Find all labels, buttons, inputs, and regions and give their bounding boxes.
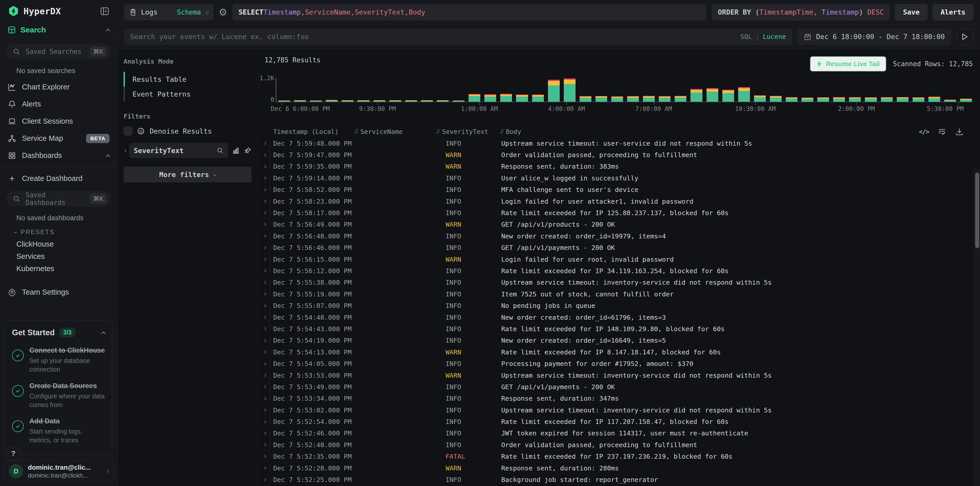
alerts-button[interactable]: Alerts <box>932 4 974 21</box>
log-row[interactable]: Dec 7 5:56:12.000 PM INFO Rate limit exc… <box>258 265 980 276</box>
preset-kubernetes[interactable]: Kubernetes <box>0 263 117 275</box>
chevron-up-icon[interactable] <box>101 331 106 336</box>
scrollbar-thumb[interactable] <box>975 173 979 248</box>
expand-row-icon[interactable] <box>258 163 270 170</box>
log-row[interactable]: Dec 7 5:58:23.000 PM INFO Login failed f… <box>258 196 980 207</box>
log-row[interactable]: Dec 7 5:53:34.000 PM INFO Response sent,… <box>258 393 980 404</box>
log-row[interactable]: Dec 7 5:56:15.000 PM WARN Login failed f… <box>258 253 980 265</box>
log-row[interactable]: Dec 7 5:54:43.000 PM INFO Rate limit exc… <box>258 323 980 335</box>
sidebar-section-search[interactable]: Search <box>0 23 117 37</box>
histogram-bar[interactable] <box>532 94 544 102</box>
get-started-step[interactable]: Connect to ClickHouse Set up your databa… <box>12 346 105 374</box>
expand-row-icon[interactable] <box>258 465 270 472</box>
histogram-bar[interactable] <box>595 96 607 102</box>
expand-row-icon[interactable] <box>258 383 270 390</box>
bar-chart-icon[interactable] <box>232 147 240 155</box>
histogram-bar[interactable] <box>564 78 576 102</box>
expand-row-icon[interactable] <box>258 256 270 263</box>
source-selector[interactable]: Logs Schema <box>124 4 213 21</box>
search-icon[interactable] <box>216 147 224 154</box>
expand-row-icon[interactable] <box>258 476 270 483</box>
log-row[interactable]: Dec 7 5:58:17.000 PM INFO Rate limit exc… <box>258 207 980 218</box>
expand-row-icon[interactable] <box>258 418 270 425</box>
log-row[interactable]: Dec 7 5:52:46.000 PM INFO JWT token expi… <box>258 427 980 439</box>
sidebar-item-dashboards[interactable]: Dashboards <box>0 147 117 164</box>
histogram-bar[interactable] <box>358 100 369 102</box>
expand-row-icon[interactable] <box>258 267 270 274</box>
severity-filter-field[interactable]: SeverityText <box>129 143 228 158</box>
expand-row-icon[interactable] <box>258 244 270 251</box>
histogram-bar[interactable] <box>580 96 591 102</box>
histogram-bar[interactable] <box>326 100 337 102</box>
log-row[interactable]: Dec 7 5:59:35.000 PM WARN Response sent,… <box>258 161 980 172</box>
histogram-bar[interactable] <box>548 80 560 102</box>
sidebar-item-chart-explorer[interactable]: Chart Explorer <box>0 78 117 96</box>
histogram-bar[interactable] <box>913 97 924 102</box>
histogram-bar[interactable] <box>817 97 829 102</box>
denoise-results-toggle[interactable]: Denoise Results <box>124 127 251 135</box>
histogram-bar[interactable] <box>659 96 671 102</box>
expand-row-icon[interactable] <box>258 175 270 182</box>
mode-results-table[interactable]: Results Table <box>124 72 251 87</box>
expand-row-icon[interactable] <box>258 349 270 355</box>
expand-row-icon[interactable] <box>258 151 270 158</box>
log-row[interactable]: Dec 7 5:56:48.000 PM INFO New order crea… <box>258 230 980 242</box>
col-timestamp[interactable]: Timestamp (Local) <box>273 128 354 135</box>
log-row[interactable]: Dec 7 5:54:19.000 PM INFO New order crea… <box>258 335 980 346</box>
expand-row-icon[interactable] <box>258 233 270 239</box>
drag-handle-icon[interactable] <box>499 128 503 135</box>
log-row[interactable]: Dec 7 5:59:47.000 PM WARN Order validati… <box>258 149 980 161</box>
sidebar-item-alerts[interactable]: Alerts <box>0 96 117 113</box>
log-row[interactable]: Dec 7 5:53:02.000 PM INFO Upstream servi… <box>258 404 980 416</box>
vertical-scrollbar[interactable] <box>974 169 980 486</box>
histogram-bar[interactable] <box>405 100 417 102</box>
source-settings-gear-icon[interactable]: ⚙ <box>219 7 227 17</box>
sidebar-item-client-sessions[interactable]: Client Sessions <box>0 113 117 130</box>
team-settings-button[interactable]: Team Settings <box>0 284 117 300</box>
histogram-bar[interactable] <box>484 94 496 102</box>
histogram-bar[interactable] <box>294 100 306 102</box>
histogram-bar[interactable] <box>897 97 908 102</box>
lang-lucene-toggle[interactable]: Lucene <box>763 33 786 40</box>
expand-row-icon[interactable] <box>258 453 270 460</box>
run-query-button[interactable] <box>956 29 974 45</box>
collapse-sidebar-icon[interactable] <box>100 6 110 16</box>
expand-row-icon[interactable] <box>258 314 270 321</box>
histogram-bar[interactable] <box>706 88 718 102</box>
histogram-bar[interactable] <box>643 96 655 102</box>
expand-row-icon[interactable] <box>258 302 270 309</box>
get-started-step[interactable]: Create Data Sources Configure where your… <box>12 381 105 410</box>
pin-icon[interactable] <box>243 147 251 155</box>
log-row[interactable]: Dec 7 5:52:54.000 PM INFO Rate limit exc… <box>258 416 980 427</box>
log-row[interactable]: Dec 7 5:53:49.000 PM INFO GET /api/v1/pa… <box>258 381 980 392</box>
log-row[interactable]: Dec 7 5:52:25.000 PM INFO Background job… <box>258 474 980 485</box>
log-row[interactable]: Dec 7 5:53:53.000 PM WARN Upstream servi… <box>258 370 980 381</box>
histogram-bar[interactable] <box>469 94 480 102</box>
sidebar-item-service-map[interactable]: Service Map BETA <box>0 130 117 147</box>
histogram-bar[interactable] <box>611 96 623 102</box>
more-filters-button[interactable]: More filters <box>124 167 251 182</box>
col-servicename[interactable]: ServiceName <box>354 128 435 135</box>
histogram-bar[interactable] <box>754 95 766 102</box>
expand-row-icon[interactable] <box>258 221 270 228</box>
histogram-bar[interactable] <box>865 97 877 102</box>
select-expression-input[interactable]: SELECT Timestamp,ServiceName,SeverityTex… <box>232 4 706 21</box>
expand-row-icon[interactable] <box>258 140 270 147</box>
expand-row-icon[interactable] <box>258 325 270 332</box>
wrap-lines-icon[interactable] <box>938 127 946 136</box>
log-row[interactable]: Dec 7 5:55:07.000 PM INFO No pending job… <box>258 300 980 311</box>
col-severitytext[interactable]: SeverityText <box>435 128 499 135</box>
histogram-bar[interactable] <box>342 100 353 102</box>
histogram-bar[interactable] <box>310 100 322 102</box>
histogram-bar[interactable] <box>928 97 940 102</box>
expand-row-icon[interactable] <box>258 372 270 379</box>
log-row[interactable]: Dec 7 5:52:35.000 PM FATAL Rate limit ex… <box>258 451 980 462</box>
date-range-picker[interactable]: Dec 6 18:00:00 - Dec 7 18:00:00 <box>797 29 951 45</box>
histogram-bar[interactable] <box>390 100 401 102</box>
histogram-bar[interactable] <box>500 94 512 102</box>
histogram-bar[interactable] <box>833 97 845 102</box>
mode-event-patterns[interactable]: Event Patterns <box>124 87 251 102</box>
orderby-expression-input[interactable]: ORDER BY (TimestampTime, Timestamp) DESC <box>712 4 890 21</box>
saved-searches-input[interactable]: Saved Searches ⌘K <box>6 44 111 59</box>
expand-row-icon[interactable] <box>258 360 270 367</box>
